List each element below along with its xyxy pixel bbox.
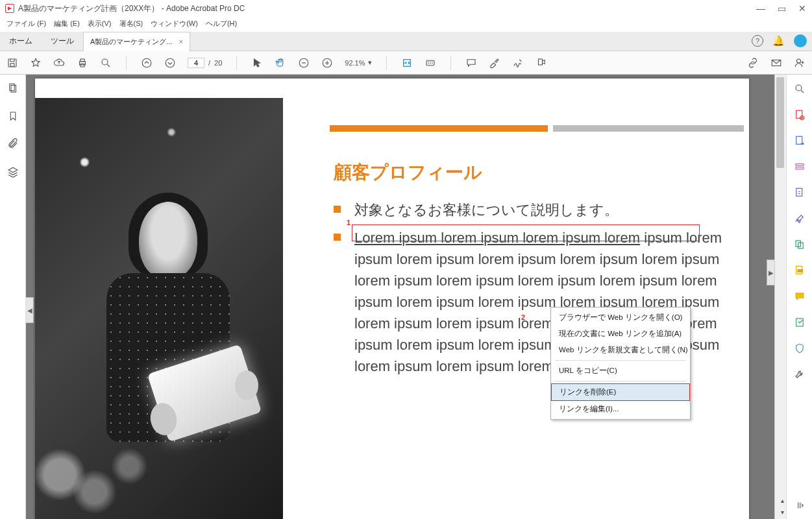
print-icon[interactable] <box>77 57 88 69</box>
svg-rect-20 <box>796 136 802 144</box>
zoom-level[interactable]: 92.1% ▾ <box>345 58 371 67</box>
redact-icon[interactable] <box>793 264 806 277</box>
svg-rect-15 <box>9 84 14 91</box>
svg-rect-4 <box>80 64 84 67</box>
hyperlink-text[interactable]: Lorem ipsum lorem ipsum lorem ipsum lore… <box>354 230 640 246</box>
pdf-page: 顧客プロフィール 対象となるお客様について説明します。 Lorem ipsum … <box>35 78 749 519</box>
protect-icon[interactable] <box>793 342 806 355</box>
menu-file[interactable]: ファイル (F) <box>4 18 49 29</box>
svg-rect-16 <box>11 86 16 93</box>
page-total: 20 <box>214 59 222 67</box>
ctx-edit-link[interactable]: リンクを編集(I)... <box>551 401 690 417</box>
svg-point-5 <box>102 59 108 65</box>
svg-rect-0 <box>8 59 16 67</box>
sign-tool-icon[interactable] <box>793 212 806 225</box>
tab-home[interactable]: ホーム <box>0 32 42 51</box>
annotation-number-2: 2 <box>521 313 525 321</box>
expand-panel-icon[interactable] <box>793 499 806 512</box>
scroll-down-arrow[interactable]: ▾ <box>781 509 784 516</box>
separator <box>236 56 237 70</box>
tab-document[interactable]: A製品のマーケティング... × <box>83 32 190 51</box>
svg-rect-11 <box>426 60 434 66</box>
star-icon[interactable] <box>30 57 42 69</box>
document-area[interactable]: ◀ 顧客プロフィール 対象となるお客様について説明します。 Lorem ipsu… <box>26 75 774 519</box>
toolbar: / 20 92.1% ▾ <box>0 51 812 75</box>
organize-icon[interactable] <box>793 186 806 199</box>
layers-icon[interactable] <box>7 166 19 180</box>
tab-close-icon[interactable]: × <box>179 38 183 45</box>
add-person-icon[interactable] <box>794 57 806 69</box>
context-menu: ブラウザーで Web リンクを開く(O) 現在の文書に Web リンクを追加(A… <box>550 307 691 420</box>
avatar[interactable] <box>794 34 807 47</box>
tab-document-label: A製品のマーケティング... <box>90 37 173 47</box>
comment-tool-icon[interactable] <box>793 290 806 303</box>
create-pdf-icon[interactable] <box>793 108 806 121</box>
ctx-add-link[interactable]: 現在の文書に Web リンクを追加(A) <box>551 326 690 342</box>
menu-help[interactable]: ヘルプ(H) <box>203 18 240 29</box>
minimize-button[interactable]: — <box>756 3 765 14</box>
left-panel-handle[interactable]: ◀ <box>26 297 34 323</box>
ctx-separator <box>555 360 686 361</box>
close-button[interactable]: ✕ <box>798 3 807 14</box>
page-down-icon[interactable] <box>164 57 176 69</box>
zoom-out-icon[interactable] <box>298 57 310 69</box>
annotation-number-1: 1 <box>347 219 351 226</box>
vertical-scrollbar[interactable]: ▴ ▾ <box>774 75 786 519</box>
cloud-upload-icon[interactable] <box>53 57 65 69</box>
menu-view[interactable]: 表示(V) <box>85 18 114 29</box>
search-tool-icon[interactable] <box>793 82 806 95</box>
bell-icon[interactable]: 🔔 <box>772 35 785 47</box>
stamp-icon[interactable] <box>535 57 547 69</box>
ctx-copy-url[interactable]: URL をコピー(C) <box>551 363 690 379</box>
left-rail <box>0 75 26 519</box>
ctx-delete-link[interactable]: リンクを削除(E) <box>551 383 690 401</box>
attachment-icon[interactable] <box>7 138 19 152</box>
thumbnails-icon[interactable] <box>7 82 19 96</box>
right-panel-handle[interactable]: ▶ <box>767 260 774 285</box>
accent-bar-orange <box>330 125 548 132</box>
page-heading: 顧客プロフィール <box>334 160 482 185</box>
tab-tools[interactable]: ツール <box>42 32 83 51</box>
window-controls: — ▭ ✕ <box>756 3 807 14</box>
scroll-up-arrow[interactable]: ▴ <box>781 497 784 504</box>
comment-icon[interactable] <box>465 57 477 69</box>
zoom-value: 92.1% <box>345 59 365 67</box>
highlight-icon[interactable] <box>489 57 500 69</box>
bookmark-icon[interactable] <box>7 110 19 124</box>
ctx-open-browser[interactable]: ブラウザーで Web リンクを開く(O) <box>551 309 690 326</box>
edit-pdf-icon[interactable] <box>793 160 806 173</box>
svg-point-17 <box>796 85 802 91</box>
svg-rect-3 <box>80 59 84 62</box>
page-indicator: / 20 <box>188 58 222 68</box>
menu-window[interactable]: ウィンドウ(W) <box>148 18 201 29</box>
optimize-icon[interactable] <box>793 316 806 329</box>
menu-edit[interactable]: 編集 (E) <box>51 18 82 29</box>
pointer-icon[interactable] <box>251 57 263 69</box>
page-up-icon[interactable] <box>141 57 153 69</box>
ctx-separator <box>555 381 686 381</box>
svg-rect-18 <box>796 110 802 118</box>
svg-point-6 <box>142 58 151 67</box>
menu-sign[interactable]: 署名(S) <box>117 18 146 29</box>
link-share-icon[interactable] <box>747 57 759 69</box>
export-pdf-icon[interactable] <box>793 134 806 147</box>
zoom-in-icon[interactable] <box>321 57 333 69</box>
search-icon[interactable] <box>100 57 112 69</box>
save-icon[interactable] <box>6 57 18 69</box>
page-current-input[interactable] <box>188 58 204 68</box>
fit-width-icon[interactable] <box>401 57 413 69</box>
bullet-1: 対象となるお客様について説明します。 <box>334 199 736 221</box>
svg-rect-1 <box>10 63 14 66</box>
read-mode-icon[interactable] <box>424 57 436 69</box>
tab-strip: ホーム ツール A製品のマーケティング... × ? 🔔 <box>0 32 812 51</box>
maximize-button[interactable]: ▭ <box>777 3 786 14</box>
window-title: A製品のマーケティング計画（20XX年） - Adobe Acrobat Pro… <box>18 3 756 14</box>
help-icon[interactable]: ? <box>752 35 763 47</box>
hand-icon[interactable] <box>275 57 286 69</box>
ctx-open-new-doc[interactable]: Web リンクを新規文書として開く(N) <box>551 342 690 358</box>
more-tools-icon[interactable] <box>793 368 806 381</box>
sign-icon[interactable] <box>512 57 524 69</box>
combine-icon[interactable] <box>793 238 806 251</box>
mail-icon[interactable] <box>770 57 782 69</box>
scrollbar-thumb[interactable] <box>776 77 784 168</box>
